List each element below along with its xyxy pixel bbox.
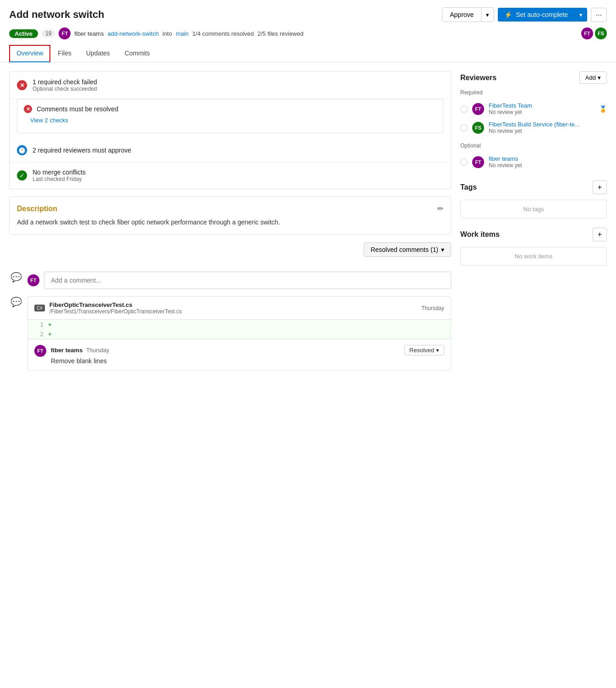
optional-label: Optional (460, 142, 607, 149)
file-name: FiberOpticTransceiverTest.cs (49, 301, 182, 308)
main-content: ✕ 1 required check failed Optional check… (0, 62, 616, 394)
reviewer-status-ft-team: No review yet (489, 109, 594, 115)
file-lang-badge: C# (34, 305, 45, 311)
branch-from-link[interactable]: add-network-switch (108, 30, 159, 37)
reviewer-name-fs[interactable]: FiberTests Build Service (fiber-te... (489, 121, 607, 128)
comment-section: 💬 FT (9, 272, 451, 289)
inner-fail-icon: ✕ (24, 105, 32, 113)
main-check-label: 1 required check failed (33, 78, 97, 86)
lightning-icon: ⚡ (504, 11, 512, 18)
file-date: Thursday (421, 305, 444, 311)
left-column: ✕ 1 required check failed Optional check… (9, 71, 451, 385)
active-badge: Active (9, 29, 38, 38)
reviewer-avatar-optional-ft: FT (472, 156, 484, 168)
reviewer-check-label: 2 required reviewers must approve (33, 147, 131, 154)
reviewer-radio-fs[interactable] (460, 124, 468, 131)
code-lines: 1 + 2 + (28, 320, 451, 339)
reviewer-name-ft-team[interactable]: FiberTests Team (489, 102, 594, 109)
inner-check: ✕ Comments must be resolved View 2 check… (17, 99, 443, 133)
add-work-item-button[interactable]: + (593, 228, 607, 241)
comment-text: Remove blank lines (51, 357, 444, 365)
autocomplete-button[interactable]: ⚡ Set auto-complete (498, 8, 575, 22)
tab-files[interactable]: Files (50, 45, 79, 62)
file-thread-icon: 💬 (9, 296, 23, 307)
reviewer-status-fs: No review yet (489, 128, 607, 134)
merge-check-label: No merge conflicts (33, 169, 86, 176)
chevron-down-icon-resolved: ▾ (441, 246, 444, 253)
page-header: Add network switch Approve ▾ ⚡ Set auto-… (0, 0, 616, 26)
file-comment-card: C# FiberOpticTransceiverTest.cs /FiberTe… (27, 296, 451, 371)
reviewers-title: Reviewers (460, 74, 496, 82)
code-line-2: 2 + (28, 329, 451, 339)
reviewer-avatar-fs: FS (595, 27, 607, 39)
tabs-bar: Overview Files Updates Commits (0, 45, 616, 62)
fail-icon: ✕ (17, 80, 27, 90)
reviewer-status-optional-ft: No review yet (489, 162, 607, 169)
branch-into-link[interactable]: main (176, 30, 189, 37)
reviewer-avatar-ft: FT (581, 27, 593, 39)
resolved-status-button[interactable]: Resolved ▾ (404, 345, 444, 355)
notification-count: 19 (42, 29, 55, 38)
comment-input[interactable] (44, 272, 451, 289)
reviewers-section: Reviewers Add ▾ Required FT FiberTests T… (460, 71, 607, 171)
resolved-comments-button[interactable]: Resolved comments (1) ▾ (364, 242, 451, 257)
required-label: Required (460, 89, 607, 96)
comment-thread-icon: 💬 (9, 272, 23, 283)
reviewer-name-optional-ft[interactable]: fiber teams (489, 155, 607, 162)
code-line-1: 1 + (28, 320, 451, 329)
add-tag-button[interactable]: + (593, 180, 607, 194)
approve-button[interactable]: Approve (442, 8, 481, 22)
chevron-down-icon-comment: ▾ (436, 347, 439, 354)
main-check-row: ✕ 1 required check failed Optional check… (10, 72, 451, 99)
description-body: Add a network switch test to check fiber… (17, 218, 443, 227)
merge-check-sublabel: Last checked Friday (33, 176, 86, 182)
approve-dropdown-button[interactable]: ▾ (481, 8, 494, 22)
add-reviewer-button[interactable]: Add ▾ (579, 71, 607, 84)
reviewer-row-fs: FS FiberTests Build Service (fiber-te...… (460, 118, 607, 137)
work-items-title: Work items (460, 230, 500, 239)
merge-check-text: No merge conflicts Last checked Friday (33, 169, 86, 182)
tags-title: Tags (460, 183, 477, 191)
main-check-sublabel: Optional check succeeded (33, 86, 97, 92)
approve-button-group: Approve ▾ (442, 7, 494, 22)
edit-icon[interactable]: ✏ (437, 204, 443, 213)
merge-check-row: ✓ No merge conflicts Last checked Friday (10, 162, 451, 189)
reviewer-radio-ft-team[interactable] (460, 105, 468, 113)
tab-commits[interactable]: Commits (117, 45, 157, 62)
resolved-comments-label: Resolved comments (1) (371, 246, 438, 253)
reply-author-avatar: FT (34, 345, 46, 357)
reviewer-check-row: 🕐 2 required reviewers must approve (10, 139, 451, 162)
view-checks-link[interactable]: View 2 checks (24, 113, 436, 127)
work-items-section: Work items + No work items (460, 228, 607, 266)
files-reviewed: 2/5 files reviewed (257, 30, 303, 37)
no-tags-label: No tags (460, 200, 607, 218)
reviewer-avatars: FT FS (581, 27, 607, 39)
comment-author: fiber teams (51, 347, 82, 354)
file-path: /FiberTest1/Transceivers/FiberOpticTrans… (49, 308, 182, 315)
reviewer-radio-optional-ft[interactable] (460, 158, 468, 166)
author-avatar: FT (59, 27, 71, 39)
main-check-text: 1 required check failed Optional check s… (33, 78, 97, 92)
subtitle-bar: Active 19 FT fiber teams add-network-swi… (0, 26, 616, 45)
inner-check-label: Comments must be resolved (37, 105, 118, 113)
comment-add-area: 💬 FT (9, 272, 451, 289)
file-comment-wrapper: 💬 C# FiberOpticTransceiverTest.cs /Fiber… (9, 296, 451, 378)
autocomplete-dropdown-button[interactable]: ▾ (575, 8, 587, 22)
tab-updates[interactable]: Updates (79, 45, 117, 62)
chevron-down-icon-white: ▾ (579, 11, 583, 18)
chevron-down-icon: ▾ (486, 11, 489, 18)
comment-author-avatar: FT (27, 274, 39, 286)
resolved-label: Resolved (409, 347, 434, 354)
reviewer-avatar-ft-team: FT (472, 103, 484, 115)
more-options-button[interactable]: ⋯ (591, 8, 607, 22)
header-actions: Approve ▾ ⚡ Set auto-complete ▾ ⋯ (442, 7, 607, 22)
reviewer-badge-icon: 🏅 (599, 105, 607, 113)
tab-overview[interactable]: Overview (9, 45, 50, 62)
right-column: Reviewers Add ▾ Required FT FiberTests T… (460, 71, 607, 385)
tags-section: Tags + No tags (460, 180, 607, 218)
reviewer-row-optional-ft: FT fiber teams No review yet (460, 153, 607, 171)
chevron-down-icon-add: ▾ (598, 74, 601, 81)
comments-resolved: 1/4 comments resolved (192, 30, 254, 37)
checks-panel: ✕ 1 required check failed Optional check… (9, 71, 451, 189)
author-name: fiber teams (74, 30, 104, 37)
